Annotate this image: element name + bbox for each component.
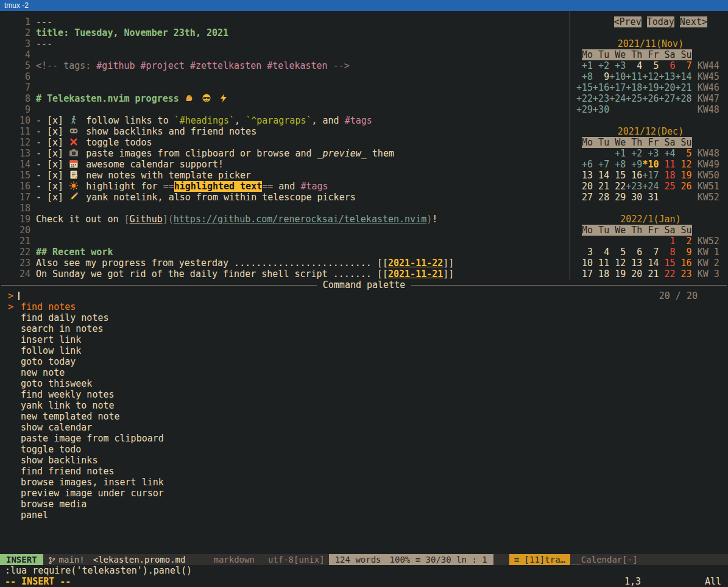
calendar-day[interactable]: 20	[576, 181, 593, 192]
calendar-day[interactable]: 12	[676, 159, 692, 170]
calendar-day[interactable]: *10	[642, 159, 659, 170]
calendar-day[interactable]: +3	[642, 148, 659, 159]
hyperlink[interactable]: https://github.com/renerocksai/telekaste…	[174, 214, 426, 225]
calendar-day[interactable]: 18	[593, 269, 609, 279]
calendar-day[interactable]: 11	[593, 258, 609, 269]
calendar-day[interactable]: +24	[642, 181, 659, 192]
calendar-day[interactable]: +24	[609, 93, 626, 104]
calendar-day[interactable]: 20	[626, 269, 642, 279]
calendar-prev-button[interactable]: <Prev	[614, 16, 641, 27]
calendar-day[interactable]: 14	[593, 170, 609, 181]
calendar-day[interactable]: 29	[609, 192, 626, 203]
calendar-day[interactable]: +2	[626, 148, 642, 159]
calendar-day[interactable]: 31	[642, 192, 659, 203]
calendar-day[interactable]: 16	[676, 258, 692, 269]
calendar-day[interactable]: 13	[576, 170, 593, 181]
calendar-day[interactable]: 2	[676, 236, 692, 247]
calendar-day[interactable]: 9	[593, 71, 609, 82]
calendar-day[interactable]: +10	[609, 71, 626, 82]
note-link[interactable]: 2021-11-22	[388, 258, 443, 269]
calendar-day[interactable]: +27	[659, 93, 675, 104]
calendar-day[interactable]: +4	[659, 148, 675, 159]
calendar-day[interactable]: +28	[676, 93, 692, 104]
calendar-day[interactable]: +1	[576, 60, 593, 71]
calendar-day[interactable]: +3	[609, 60, 626, 71]
calendar-day[interactable]: 30	[626, 192, 642, 203]
calendar-day[interactable]: 22	[609, 181, 626, 192]
palette-item[interactable]: paste image from clipboard	[0, 433, 728, 444]
calendar-day[interactable]: +23	[626, 181, 642, 192]
calendar-day[interactable]: 22	[659, 269, 675, 279]
palette-item[interactable]: search in notes	[0, 323, 728, 334]
calendar-day[interactable]: +17	[609, 82, 626, 93]
calendar-today-button[interactable]: Today	[647, 16, 674, 27]
calendar-day[interactable]: +19	[642, 82, 659, 93]
calendar-day[interactable]: +2	[593, 60, 609, 71]
calendar-day[interactable]: +8	[609, 159, 626, 170]
calendar-day[interactable]: 4	[593, 247, 609, 258]
calendar-day[interactable]: +11	[626, 71, 642, 82]
calendar-day[interactable]: +8	[576, 71, 593, 82]
editor[interactable]: 1---2title: Tuesday, November 23th, 2021…	[0, 11, 570, 279]
palette-item[interactable]: new templated note	[0, 411, 728, 422]
calendar-day[interactable]: 13	[626, 258, 642, 269]
calendar-day[interactable]: +26	[642, 93, 659, 104]
calendar-day[interactable]: 21	[642, 269, 659, 279]
calendar-day[interactable]: +15	[576, 82, 593, 93]
calendar-day[interactable]: 26	[676, 181, 692, 192]
palette-item[interactable]: find friend notes	[0, 466, 728, 477]
hyperlink[interactable]: Github	[130, 214, 163, 225]
calendar-day[interactable]: 8	[659, 247, 675, 258]
calendar-day[interactable]: +17	[642, 170, 659, 181]
palette-item[interactable]: preview image under cursor	[0, 488, 728, 499]
calendar-day[interactable]: 1	[659, 236, 675, 247]
calendar-day[interactable]: 17	[576, 269, 593, 279]
calendar-day[interactable]: 4	[626, 60, 642, 71]
calendar-day[interactable]: 23	[676, 269, 692, 279]
calendar-day[interactable]: 7	[642, 247, 659, 258]
calendar-day[interactable]: 15	[609, 170, 626, 181]
palette-item[interactable]: goto thisweek	[0, 378, 728, 389]
palette-item[interactable]: panel	[0, 510, 728, 521]
calendar-day[interactable]: +13	[659, 71, 675, 82]
calendar-day[interactable]: 5	[609, 247, 626, 258]
palette-item[interactable]: >find notes	[0, 301, 728, 312]
calendar-day[interactable]: +1	[609, 148, 626, 159]
calendar-day[interactable]: +14	[676, 71, 692, 82]
calendar-day[interactable]: 15	[659, 258, 675, 269]
palette-item[interactable]: insert link	[0, 334, 728, 345]
calendar-day[interactable]: +25	[626, 93, 642, 104]
calendar-day[interactable]: 12	[609, 258, 626, 269]
calendar-day[interactable]: +12	[642, 71, 659, 82]
palette-item[interactable]: find daily notes	[0, 312, 728, 323]
calendar-day[interactable]: +9	[626, 159, 642, 170]
calendar-day[interactable]: 5	[642, 60, 659, 71]
palette-item[interactable]: show calendar	[0, 422, 728, 433]
calendar-day[interactable]: +20	[659, 82, 675, 93]
calendar-day[interactable]: 6	[626, 247, 642, 258]
calendar-day[interactable]: 5	[676, 148, 692, 159]
calendar-day[interactable]: 7	[676, 60, 692, 71]
calendar-day[interactable]: 9	[676, 247, 692, 258]
calendar-day[interactable]: +29	[576, 104, 593, 115]
calendar-day[interactable]: 11	[659, 159, 675, 170]
calendar-day[interactable]: +21	[676, 82, 692, 93]
palette-item[interactable]: browse images, insert link	[0, 477, 728, 488]
calendar-day[interactable]: 19	[676, 170, 692, 181]
calendar-day[interactable]: 25	[659, 181, 675, 192]
calendar-day[interactable]: 18	[659, 170, 675, 181]
calendar-day[interactable]: 10	[576, 258, 593, 269]
calendar-day[interactable]: +18	[626, 82, 642, 93]
note-link[interactable]: 2021-11-21	[388, 269, 443, 279]
palette-item[interactable]: browse media	[0, 499, 728, 510]
calendar-day[interactable]: 14	[642, 258, 659, 269]
calendar-day[interactable]: +6	[576, 159, 593, 170]
palette-prompt[interactable]: > 20 / 20	[0, 290, 728, 301]
palette-item[interactable]: new note	[0, 367, 728, 378]
palette-item[interactable]: toggle todo	[0, 444, 728, 455]
palette-item[interactable]: goto today	[0, 356, 728, 367]
palette-item[interactable]: yank link to note	[0, 400, 728, 411]
calendar-next-button[interactable]: Next>	[680, 16, 707, 27]
buffer-tabs[interactable]: ≡ [11]tra…	[509, 554, 570, 565]
palette-item[interactable]: follow link	[0, 345, 728, 356]
